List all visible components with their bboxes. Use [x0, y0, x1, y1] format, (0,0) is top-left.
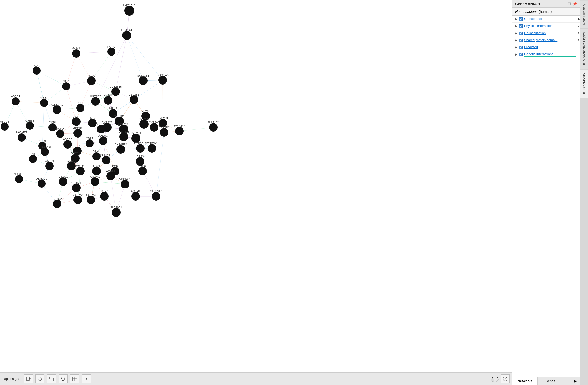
svg-point-179	[26, 122, 34, 130]
tab-networks[interactable]: Networks	[512, 377, 538, 385]
expand-physical[interactable]: ▶	[514, 24, 518, 28]
panel-title[interactable]: GeneMANIA ▼	[515, 2, 541, 6]
svg-text:AADAC: AADAC	[98, 134, 108, 137]
svg-text:POR: POR	[112, 164, 118, 168]
colocal-label[interactable]: Co-localization	[524, 31, 576, 35]
compass-button[interactable]	[501, 374, 510, 383]
svg-point-245	[92, 167, 101, 175]
expand-predicted[interactable]: ▶	[514, 46, 518, 49]
svg-text:GSTM4: GSTM4	[71, 181, 81, 184]
lasso-button[interactable]	[59, 374, 68, 383]
svg-point-227	[92, 152, 101, 160]
restore-icon[interactable]: ☐	[568, 2, 571, 6]
panel-header: GeneMANIA ▼ ☐ 📌 — ×	[512, 0, 588, 8]
svg-point-277	[112, 208, 121, 217]
svg-point-292	[505, 378, 506, 379]
svg-line-80	[95, 182, 125, 184]
checkbox-predicted[interactable]	[519, 46, 523, 49]
svg-text:SLCO2B1: SLCO2B1	[39, 145, 51, 148]
select2-button[interactable]	[70, 374, 79, 383]
svg-text:FMO2: FMO2	[88, 74, 95, 77]
svg-text:GSTM2: GSTM2	[73, 193, 83, 196]
pin-icon[interactable]: 📌	[573, 2, 577, 6]
svg-text:SULT1A1: SULT1A1	[100, 154, 112, 157]
svg-text:CRYZ: CRYZ	[101, 190, 108, 193]
svg-text:CYP2B6: CYP2B6	[139, 118, 149, 121]
network-item-co-expression: ▶ Co-expression 49.04	[512, 16, 588, 23]
pan-button[interactable]	[35, 374, 44, 383]
svg-text:GSTA1: GSTA1	[76, 164, 85, 168]
tab-node-summary[interactable]: Node Summary	[580, 0, 588, 28]
svg-point-241	[67, 162, 76, 170]
svg-point-157	[91, 97, 100, 106]
expand-genetic[interactable]: ▶	[514, 53, 518, 56]
svg-point-149	[158, 76, 167, 85]
svg-line-55	[134, 80, 163, 100]
checkbox-co-expression[interactable]	[519, 17, 523, 21]
co-expression-label[interactable]: Co-expression	[524, 17, 576, 21]
edge-count: 0	[497, 375, 498, 378]
expand-colocal[interactable]: ▶	[514, 32, 518, 35]
checkbox-shared[interactable]	[519, 39, 523, 42]
expand-co-expression[interactable]: ▶	[514, 17, 518, 21]
shared-label[interactable]: Shared protein doma...	[524, 38, 576, 42]
select-button[interactable]	[47, 374, 56, 383]
svg-point-273	[74, 196, 82, 204]
svg-point-203	[74, 129, 82, 138]
svg-point-239	[45, 162, 54, 170]
svg-point-219	[116, 145, 125, 154]
svg-line-1	[116, 35, 127, 92]
svg-point-175	[12, 97, 20, 105]
tab-genes[interactable]: Genes	[538, 377, 563, 385]
svg-point-261	[121, 180, 129, 188]
bottom-toolbar: sapiens (2)	[0, 372, 512, 385]
svg-text:SMOX: SMOX	[139, 164, 147, 168]
dropdown-arrow-icon[interactable]: ▼	[538, 2, 541, 6]
checkbox-genetic[interactable]	[519, 53, 523, 56]
svg-point-147	[139, 76, 148, 85]
svg-point-209	[86, 139, 94, 147]
physical-label[interactable]: Physical Interactions	[524, 24, 576, 28]
checkbox-colocal[interactable]	[519, 32, 523, 35]
svg-point-217	[136, 144, 145, 153]
svg-point-243	[76, 167, 85, 175]
tab-autoannotate[interactable]: ⚙ AutoAnnotate Display	[580, 28, 588, 69]
expand-shared[interactable]: ▶	[514, 39, 518, 42]
network-canvas[interactable]: UGT1A10 UGT1A1 GUK1 RORC ADA NAT1 FMO2	[0, 0, 512, 385]
text-button[interactable]: A	[82, 374, 91, 383]
svg-point-181	[48, 123, 57, 131]
export-button[interactable]	[24, 374, 33, 383]
checkbox-physical[interactable]	[519, 24, 523, 28]
network-graph: UGT1A10 UGT1A1 GUK1 RORC ADA NAT1 FMO2	[0, 0, 512, 385]
svg-point-197	[160, 128, 168, 137]
predicted-label[interactable]: Predicted	[524, 45, 576, 49]
svg-line-131	[44, 86, 66, 103]
svg-text:GSTO2: GSTO2	[52, 197, 62, 200]
svg-point-137	[72, 49, 80, 58]
svg-text:FMO5: FMO5	[89, 117, 96, 120]
svg-text:AKR1C1: AKR1C1	[36, 177, 47, 180]
svg-line-108	[127, 35, 143, 81]
svg-point-169	[72, 117, 81, 126]
svg-text:A: A	[85, 377, 88, 381]
svg-text:UGT1A10: UGT1A10	[123, 4, 136, 7]
svg-point-263	[72, 184, 81, 192]
svg-text:GUK1: GUK1	[72, 47, 80, 50]
svg-point-143	[62, 82, 70, 90]
svg-rect-285	[73, 377, 77, 381]
svg-point-259	[91, 177, 99, 186]
network-item-predicted: ▶ Predicted 4.06	[512, 44, 588, 51]
svg-text:GSTM1: GSTM1	[90, 175, 100, 178]
svg-text:GSTM3: GSTM3	[86, 193, 96, 196]
svg-text:CBR1: CBR1	[86, 137, 93, 140]
genetic-label[interactable]: Genetic Interactions	[524, 52, 576, 57]
svg-text:ACAA1: ACAA1	[106, 170, 115, 173]
svg-point-141	[33, 67, 41, 75]
right-panel: GeneMANIA ▼ ☐ 📌 — × Homo sapiens (human)…	[512, 0, 588, 385]
svg-text:CYP2R1: CYP2R1	[159, 126, 170, 129]
svg-point-257	[59, 177, 67, 186]
svg-text:ALDH3A1: ALDH3A1	[51, 103, 63, 106]
tab-genemania[interactable]: ⚙ GeneMANIA	[580, 69, 588, 98]
species-row: Homo sapiens (human) ☰	[512, 8, 588, 16]
svg-point-145	[87, 76, 96, 85]
